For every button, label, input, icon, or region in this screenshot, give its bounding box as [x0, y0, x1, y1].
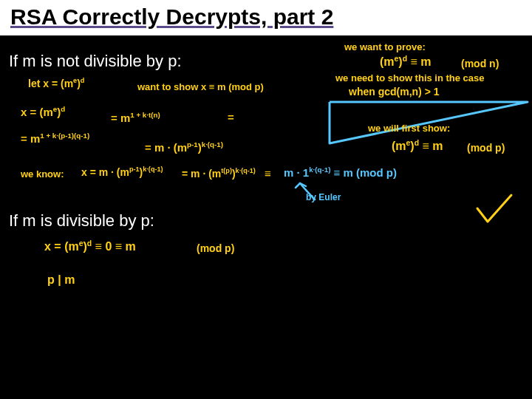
t: x = m · (m: [81, 166, 129, 178]
t: m · 1: [284, 166, 309, 179]
t: 1 + k·t(n): [130, 111, 160, 119]
t: = m · (m: [182, 168, 221, 180]
case2-modp: (mod p): [197, 242, 234, 254]
checkmark-icon: [473, 192, 517, 229]
t: p-1: [187, 140, 198, 149]
p-divides-m: p | m: [47, 273, 75, 287]
t: p-1: [129, 166, 140, 173]
t: let x = (m: [28, 78, 73, 89]
t: k·(q-1): [202, 140, 223, 149]
section-not-divisible: If m is not divisible by p:: [9, 52, 182, 71]
t: d: [61, 105, 65, 113]
t: ≡ m: [419, 140, 443, 152]
section-divisible: If m is divisible by p:: [9, 211, 154, 231]
we-know: we know:: [21, 168, 64, 180]
t: d: [81, 77, 85, 84]
row-m-pq: = m1 + k·(p-1)(q-1): [21, 132, 89, 145]
t: x = (m: [44, 240, 79, 253]
first-show-modp: (mod p): [467, 142, 505, 154]
row-m-1ktn: = m1 + k·t(n): [111, 111, 160, 124]
t: ≡ 0 ≡ m: [92, 240, 136, 253]
first-show-eq: (me)d ≡ m: [392, 139, 443, 153]
row-x-eq: x = (me)d: [21, 105, 65, 118]
note-need-show: we need to show this in the case: [335, 72, 485, 83]
t: = m: [21, 132, 40, 145]
t: k·(q-1): [143, 166, 163, 173]
t: k·(q-1): [236, 167, 256, 174]
slide-title: RSA Correctly Decrypts, part 2: [10, 4, 333, 30]
t: = m: [111, 112, 130, 124]
case2-eq: x = (me)d ≡ 0 ≡ m: [44, 239, 136, 253]
t: ≡ m: [407, 55, 431, 68]
note-gcd: when gcd(m,n) > 1: [349, 86, 440, 98]
row-m1: m · 1k·(q-1) ≡ m (mod p): [284, 166, 397, 179]
t: x = (m: [21, 106, 53, 118]
let-x: let x = (me)d: [28, 77, 84, 89]
row-m-mp1: = m · (mp-1)k·(q-1): [145, 140, 223, 154]
want-show: want to show x ≡ m (mod p): [137, 81, 264, 92]
t: ≡ m (mod p): [330, 166, 397, 179]
t: (m: [392, 140, 406, 152]
t: = m · (m: [145, 141, 187, 154]
t: 1 + k·(p-1)(q-1): [40, 132, 89, 140]
row-eq2: =: [228, 111, 234, 123]
row-know-a: x = m · (mp-1)k·(q-1): [81, 166, 163, 178]
prove-modn: (mod n): [461, 58, 499, 69]
t: t(p): [221, 167, 232, 174]
row-know-b: = m · (mt(p))k·(q-1): [182, 167, 256, 180]
note-first-show: we will first show:: [368, 123, 450, 134]
t: k·(q-1): [309, 166, 330, 174]
t: (m: [380, 55, 395, 68]
row-know-eq: ≡: [265, 167, 271, 180]
note-want-prove: we want to prove:: [344, 41, 426, 52]
prove-eq: (me)d ≡ m: [380, 55, 431, 69]
by-euler: by Euler: [306, 192, 341, 202]
